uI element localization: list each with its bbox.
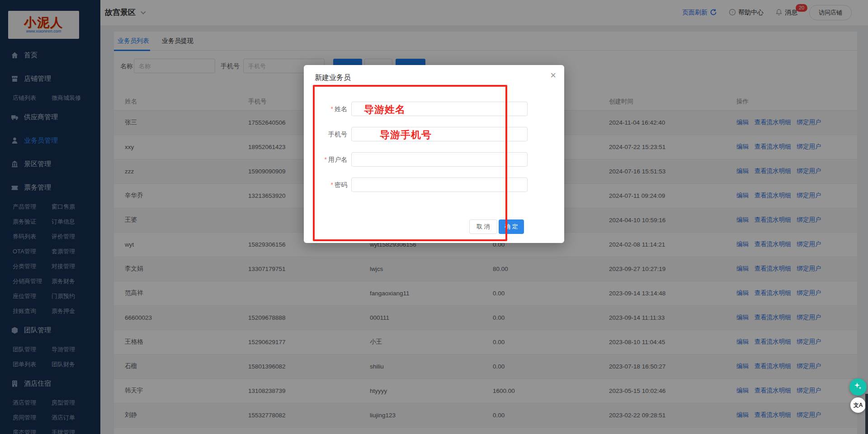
form-row: *姓名导游姓名 bbox=[304, 102, 564, 116]
cancel-button[interactable]: 取 消 bbox=[469, 219, 497, 234]
assistant-button[interactable] bbox=[849, 378, 867, 396]
required-asterisk: * bbox=[331, 105, 333, 112]
name-field[interactable] bbox=[351, 102, 528, 116]
username-field[interactable] bbox=[351, 152, 528, 167]
close-icon[interactable]: × bbox=[550, 70, 556, 80]
required-asterisk: * bbox=[325, 156, 327, 163]
dialog-title: 新建业务员 bbox=[315, 73, 351, 83]
sparkle-icon bbox=[854, 382, 863, 392]
field-label: *用户名 bbox=[304, 152, 347, 167]
form-row: *密码 bbox=[304, 177, 564, 192]
phone-field[interactable] bbox=[351, 127, 528, 141]
create-salesperson-dialog: 新建业务员 × *姓名导游姓名*手机号导游手机号*用户名*密码 取 消 确 定 bbox=[304, 65, 564, 243]
edge-toolbar-handle[interactable] bbox=[865, 394, 868, 434]
app-root: 小泥人 www.xiaoniren.com 首页店铺管理店铺列表微商城装修供应商… bbox=[0, 0, 868, 434]
required-asterisk: * bbox=[331, 181, 333, 188]
form-row: *用户名 bbox=[304, 152, 564, 167]
field-label: *手机号 bbox=[304, 127, 347, 141]
confirm-button[interactable]: 确 定 bbox=[499, 219, 524, 234]
translate-icon: 文A bbox=[854, 401, 863, 409]
password-field[interactable] bbox=[351, 177, 528, 192]
field-label: *密码 bbox=[304, 177, 347, 192]
translate-button[interactable]: 文A bbox=[850, 397, 866, 413]
field-label: *姓名 bbox=[304, 102, 347, 116]
form-row: *手机号导游手机号 bbox=[304, 127, 564, 141]
